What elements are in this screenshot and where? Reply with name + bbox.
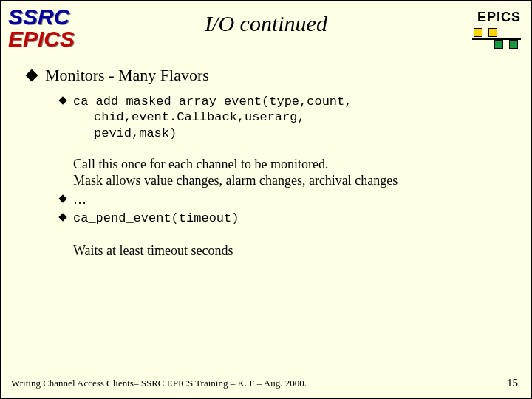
diamond-bullet-icon: [58, 194, 66, 202]
description-2: Waits at least timeout seconds: [73, 242, 514, 259]
sub-bullet-1: ca_add_masked_array_event(type,count, ch…: [60, 94, 514, 141]
code-line1: ca_add_masked_array_event(type,count,: [73, 94, 352, 109]
ellipsis-text: …: [73, 192, 86, 208]
diamond-bullet-icon: [58, 96, 66, 104]
page-number: 15: [507, 377, 518, 389]
diamond-bullet-icon: [26, 69, 38, 82]
footer-text: Writing Channel Access Clients– SSRC EPI…: [11, 378, 307, 389]
slide-content: Monitors - Many Flavors ca_add_masked_ar…: [1, 60, 531, 259]
slide-title: I/O continued: [1, 11, 531, 36]
desc1-line2: Mask allows value changes, alarm changes…: [73, 172, 514, 189]
sub-bullet-3: ca_pend_event(timeout): [60, 211, 514, 226]
code-2: ca_pend_event(timeout): [73, 211, 239, 226]
epics-squares-icon: [472, 28, 521, 49]
diamond-bullet-icon: [58, 213, 66, 221]
sub-bullet-2: …: [60, 192, 514, 208]
description-1: Call this once for each channel to be mo…: [73, 156, 514, 189]
bullet-main: Monitors - Many Flavors: [27, 66, 514, 85]
logo-right-label: EPICS: [472, 10, 521, 25]
logo-right: EPICS: [472, 10, 521, 49]
desc1-line1: Call this once for each channel to be mo…: [73, 156, 514, 173]
code-line3: pevid,mask): [94, 126, 352, 141]
sub-bullet-1-body: ca_add_masked_array_event(type,count, ch…: [73, 94, 352, 141]
bullet-main-text: Monitors - Many Flavors: [45, 66, 209, 85]
code-line2: chid,event.Callback,userarg,: [94, 109, 352, 125]
slide-header: SSRC EPICS I/O continued EPICS: [1, 1, 531, 60]
